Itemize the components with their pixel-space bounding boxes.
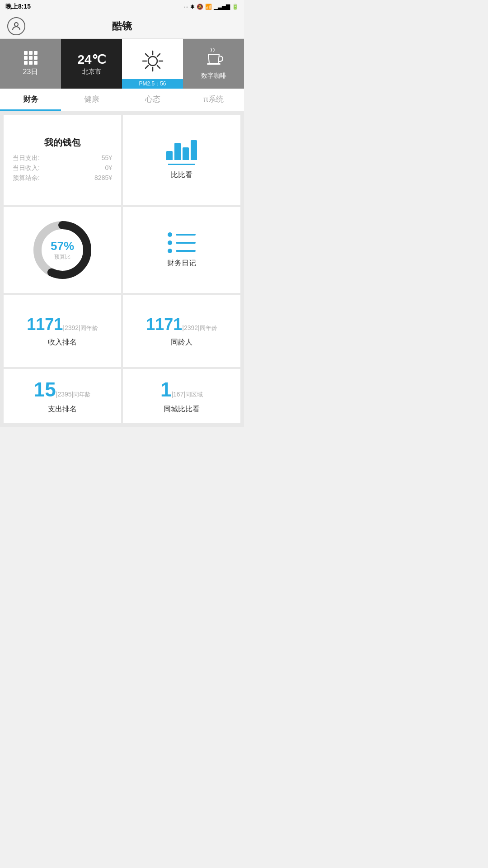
rank-city-sublabel: 同区域	[185, 391, 203, 398]
signal-icon: ···	[184, 4, 188, 10]
rank-income-total: |2392|	[63, 324, 80, 331]
battery-icon: 🔋	[232, 4, 239, 10]
avatar-button[interactable]	[7, 17, 25, 35]
list-dot-1	[168, 232, 172, 237]
coffee-label: 数字咖啡	[201, 72, 226, 80]
rank-peers-sublabel: 同年龄	[200, 325, 217, 331]
widget-calendar[interactable]: 23日	[0, 39, 61, 89]
rank-peers-number: 1171	[146, 315, 182, 334]
signal-bars-icon: ▁▃▅▇	[214, 4, 230, 10]
bibikan-label: 比比看	[171, 170, 192, 180]
diary-cell[interactable]: 财务日记	[123, 207, 240, 293]
wallet-cell[interactable]: 我的钱包 当日支出: 55¥ 当日收入: 0¥ 预算结余: 8285¥	[4, 115, 121, 205]
bluetooth-icon: ✱	[190, 4, 195, 10]
calendar-day: 23日	[23, 67, 38, 77]
wallet-row-balance: 预算结余: 8285¥	[13, 174, 112, 182]
donut-chart: 57% 预算比	[28, 216, 96, 284]
list-line-1	[176, 234, 196, 236]
rank-expense-title: 支出排名	[11, 405, 114, 414]
donut-cell[interactable]: 57% 预算比	[4, 207, 121, 293]
status-time: 晚上8:15	[5, 3, 31, 11]
rank-expense-cell[interactable]: 15|2395|同年龄 支出排名	[4, 369, 121, 423]
rank-peers-cell[interactable]: 1171|2392|同年龄 同龄人	[123, 295, 240, 367]
svg-line-6	[145, 54, 148, 57]
list-line-2	[176, 242, 196, 244]
wallet-title: 我的钱包	[13, 137, 112, 149]
rank-expense-number: 15	[34, 378, 56, 401]
svg-rect-10	[207, 63, 221, 65]
main-grid: 我的钱包 当日支出: 55¥ 当日收入: 0¥ 预算结余: 8285¥ 比比看	[0, 111, 244, 427]
widget-sun[interactable]: PM2.5：56	[122, 39, 183, 89]
widget-coffee[interactable]: 数字咖啡	[183, 39, 244, 89]
tab-health[interactable]: 健康	[61, 89, 122, 111]
wifi-icon: 📶	[205, 4, 212, 10]
weather-city: 北京市	[82, 68, 101, 76]
list-row-3	[168, 249, 196, 253]
list-row-1	[168, 232, 196, 237]
tab-bar: 财务 健康 心态 π系统	[0, 89, 244, 111]
rank-peers-title: 同龄人	[130, 338, 233, 347]
svg-line-8	[157, 54, 160, 57]
list-dot-2	[168, 241, 172, 245]
wallet-row-expense: 当日支出: 55¥	[13, 154, 112, 162]
tab-pi[interactable]: π系统	[183, 89, 244, 111]
bar-2	[174, 143, 181, 160]
tab-mood[interactable]: 心态	[122, 89, 183, 111]
tab-finance[interactable]: 财务	[0, 89, 61, 111]
rank-expense-sublabel: 同年龄	[73, 391, 91, 398]
list-icon	[168, 232, 196, 253]
widget-weather[interactable]: 24℃ 北京市	[61, 39, 122, 89]
bar-3	[183, 147, 189, 160]
list-dot-3	[168, 249, 172, 253]
status-bar: 晚上8:15 ··· ✱ 🔕 📶 ▁▃▅▇ 🔋	[0, 0, 244, 14]
status-icons: ··· ✱ 🔕 📶 ▁▃▅▇ 🔋	[184, 4, 239, 10]
list-row-2	[168, 241, 196, 245]
bar-1	[166, 151, 173, 160]
calendar-icon	[24, 51, 38, 65]
rank-income-cell[interactable]: 1171|2392|同年龄 收入排名	[4, 295, 121, 367]
coffee-icon	[205, 48, 223, 70]
widget-row: 23日 24℃ 北京市 PM2.5：56	[0, 39, 244, 89]
diary-label: 财务日记	[167, 259, 196, 268]
svg-line-7	[157, 66, 160, 68]
rank-expense-total: |2395|	[56, 391, 73, 398]
rank-city-number: 1	[160, 378, 171, 401]
svg-point-0	[14, 23, 18, 26]
rank-city-total: |167|	[171, 391, 185, 398]
list-line-3	[176, 250, 196, 252]
rank-peers-total: |2392|	[182, 324, 199, 331]
header: 酷镜	[0, 14, 244, 39]
app-title: 酷镜	[112, 19, 132, 33]
rank-city-cell[interactable]: 1|167|同区域 同城比比看	[123, 369, 240, 423]
rank-city-title: 同城比比看	[130, 405, 233, 414]
pm-badge: PM2.5：56	[122, 79, 183, 89]
mute-icon: 🔕	[197, 4, 203, 10]
svg-point-1	[148, 57, 157, 66]
chart-icon	[166, 140, 197, 160]
rank-income-sublabel: 同年龄	[80, 325, 98, 331]
bibikan-cell[interactable]: 比比看	[123, 115, 240, 205]
sun-icon	[141, 49, 164, 77]
donut-label: 57% 预算比	[51, 239, 74, 261]
wallet-row-income: 当日收入: 0¥	[13, 164, 112, 172]
weather-temp: 24℃	[77, 52, 105, 67]
svg-line-9	[145, 66, 148, 68]
bar-4	[191, 140, 197, 160]
chart-underline	[168, 164, 195, 165]
rank-income-number: 1171	[27, 315, 63, 334]
rank-income-title: 收入排名	[11, 338, 114, 347]
